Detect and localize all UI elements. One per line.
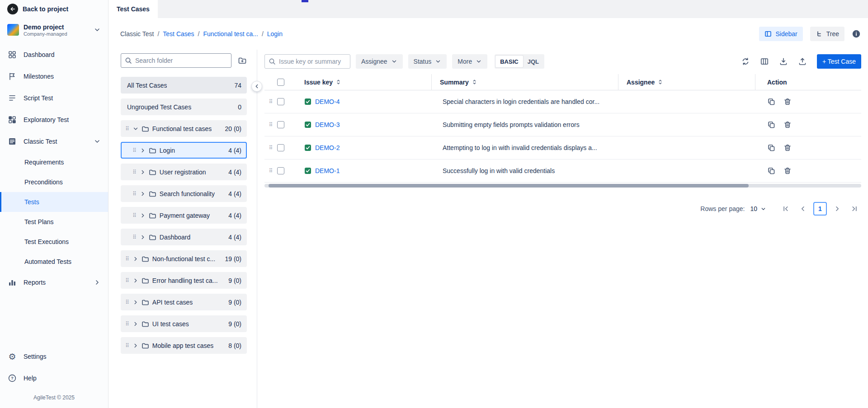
folder-item[interactable]: ⠿ User registration 4 (4) (121, 164, 247, 180)
sidebar-item-milestones[interactable]: Milestones (0, 66, 108, 87)
info-icon[interactable] (852, 29, 861, 38)
issue-key-link[interactable]: DEMO-4 (315, 98, 340, 105)
drag-handle-icon[interactable]: ⠿ (125, 299, 129, 305)
sidebar-item-preconditions[interactable]: Preconditions (0, 172, 108, 192)
drag-handle-icon[interactable]: ⠿ (132, 234, 137, 240)
folder-item[interactable]: ⠿ Payment gateway 4 (4) (121, 207, 247, 224)
select-all-checkbox[interactable] (277, 79, 284, 86)
row-checkbox[interactable] (277, 167, 284, 174)
drag-handle-icon[interactable]: ⠿ (125, 342, 129, 349)
folder-item[interactable]: ⠿ API test cases 9 (0) (121, 294, 247, 310)
new-test-case-button[interactable]: + Test Case (817, 54, 861, 69)
mode-jql-segment[interactable]: JQL (523, 56, 543, 67)
delete-icon[interactable] (783, 98, 792, 106)
delete-icon[interactable] (783, 144, 792, 152)
collapse-panel-button[interactable] (251, 81, 262, 92)
folder-item[interactable]: ⠿ Error handling test ca... 9 (0) (121, 272, 247, 289)
sidebar-item-help[interactable]: ? Help (0, 367, 108, 389)
row-checkbox[interactable] (277, 144, 284, 151)
upload-icon[interactable] (798, 57, 807, 66)
rows-per-page-select[interactable]: 10 (750, 205, 766, 212)
issue-search-input[interactable] (279, 58, 346, 65)
first-page-button[interactable] (779, 202, 793, 216)
chevron-expand-icon[interactable] (132, 126, 139, 132)
drag-handle-icon[interactable]: ⠿ (125, 277, 129, 284)
folder-item[interactable]: ⠿ Login 4 (4) (121, 142, 247, 159)
chevron-expand-icon[interactable] (140, 212, 146, 219)
folder-search-field[interactable] (121, 53, 231, 68)
issue-key-link[interactable]: DEMO-3 (315, 121, 340, 128)
sidebar-item-classic-test[interactable]: Classic Test (0, 131, 108, 152)
folder-item[interactable]: ⠿ Functional test cases 20 (0) (121, 120, 247, 137)
copy-icon[interactable] (767, 98, 775, 106)
chevron-expand-icon[interactable] (132, 256, 139, 262)
drag-handle-icon[interactable]: ⠿ (132, 191, 137, 197)
delete-icon[interactable] (783, 167, 792, 175)
folder-item[interactable]: ⠿ Dashboard 4 (4) (121, 229, 247, 245)
folder-item[interactable]: ⠿ Search functionality 4 (4) (121, 185, 247, 202)
horizontal-scrollbar-track[interactable] (264, 184, 861, 188)
sidebar-item-script-test[interactable]: Script Test (0, 87, 108, 109)
drag-handle-icon[interactable]: ⠿ (125, 126, 129, 132)
row-checkbox[interactable] (277, 98, 284, 105)
project-switcher[interactable]: Demo project Company-managed (0, 18, 108, 44)
chevron-expand-icon[interactable] (132, 277, 139, 284)
folder-item[interactable]: Ungrouped Test Cases 0 (121, 98, 247, 115)
assignee-filter-dropdown[interactable]: Assignee (356, 54, 403, 69)
chevron-expand-icon[interactable] (132, 321, 139, 327)
next-page-button[interactable] (830, 202, 844, 216)
drag-handle-icon[interactable]: ⠿ (132, 212, 137, 219)
folder-item[interactable]: ⠿ Mobile app test cases 8 (0) (121, 337, 247, 354)
chevron-expand-icon[interactable] (132, 299, 139, 305)
tab-test-cases[interactable]: Test Cases (108, 0, 158, 18)
sidebar-item-reports[interactable]: Reports (0, 272, 108, 293)
columns-icon[interactable] (760, 57, 769, 66)
folder-item[interactable]: ⠿ UI test cases 9 (0) (121, 315, 247, 332)
back-to-project-button[interactable]: Back to project (0, 0, 108, 18)
drag-handle-icon[interactable]: ⠿ (264, 98, 277, 105)
more-filter-dropdown[interactable]: More (452, 54, 487, 69)
refresh-icon[interactable] (741, 57, 750, 66)
breadcrumb-item[interactable]: Test Cases (163, 30, 194, 38)
chevron-expand-icon[interactable] (140, 169, 146, 175)
sidebar-item-test-plans[interactable]: Test Plans (0, 212, 108, 232)
issue-search-field[interactable] (264, 54, 350, 69)
breadcrumb-item[interactable]: Functional test ca... (203, 30, 258, 38)
folder-item[interactable]: ⠿ Non-functional test c... 19 (0) (121, 250, 247, 267)
sidebar-item-test-executions[interactable]: Test Executions (0, 232, 108, 252)
new-folder-icon[interactable] (238, 56, 247, 65)
drag-handle-icon[interactable]: ⠿ (132, 169, 137, 175)
issue-key-link[interactable]: DEMO-2 (315, 144, 340, 151)
sidebar-item-automated-tests[interactable]: Automated Tests (0, 252, 108, 272)
current-page-button[interactable]: 1 (813, 202, 827, 216)
sidebar-view-button[interactable]: Sidebar (759, 27, 802, 41)
tree-view-button[interactable]: Tree (810, 27, 844, 41)
header-assignee[interactable]: Assignee (618, 74, 755, 90)
drag-handle-icon[interactable]: ⠿ (125, 256, 129, 262)
prev-page-button[interactable] (796, 202, 810, 216)
folder-search-input[interactable] (135, 57, 227, 64)
delete-icon[interactable] (783, 121, 792, 129)
copy-icon[interactable] (767, 121, 775, 129)
drag-handle-icon[interactable]: ⠿ (132, 147, 137, 154)
download-icon[interactable] (779, 57, 788, 66)
last-page-button[interactable] (848, 202, 861, 216)
sidebar-item-requirements[interactable]: Requirements (0, 152, 108, 172)
status-filter-dropdown[interactable]: Status (408, 54, 447, 69)
issue-key-link[interactable]: DEMO-1 (315, 167, 340, 174)
drag-handle-icon[interactable]: ⠿ (125, 321, 129, 327)
chevron-expand-icon[interactable] (140, 191, 146, 197)
drag-handle-icon[interactable]: ⠿ (264, 145, 277, 151)
header-summary[interactable]: Summary (432, 74, 618, 90)
mode-basic-segment[interactable]: BASIC (495, 56, 523, 67)
sidebar-item-dashboard[interactable]: Dashboard (0, 44, 108, 66)
copy-icon[interactable] (767, 167, 775, 175)
chevron-expand-icon[interactable] (140, 234, 146, 240)
breadcrumb-item[interactable]: Login (267, 30, 283, 38)
row-checkbox[interactable] (277, 121, 284, 128)
sidebar-item-settings[interactable]: ⚙ Settings (0, 346, 108, 367)
sidebar-item-tests[interactable]: Tests (0, 192, 108, 212)
chevron-expand-icon[interactable] (140, 147, 146, 154)
sidebar-item-exploratory-test[interactable]: Exploratory Test (0, 109, 108, 131)
drag-handle-icon[interactable]: ⠿ (264, 122, 277, 128)
